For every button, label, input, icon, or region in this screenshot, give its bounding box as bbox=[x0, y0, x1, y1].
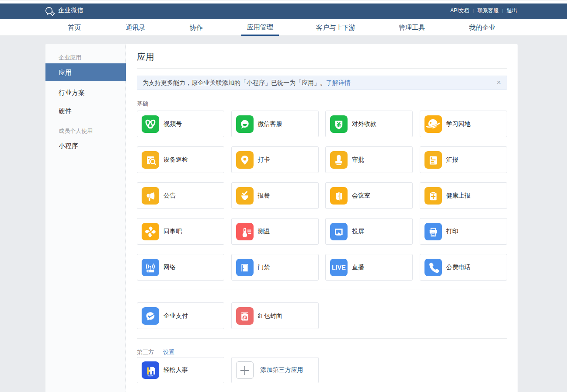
svg-text:薪人薪事: 薪人薪事 bbox=[147, 375, 153, 377]
svg-text:LIVE: LIVE bbox=[332, 264, 346, 271]
